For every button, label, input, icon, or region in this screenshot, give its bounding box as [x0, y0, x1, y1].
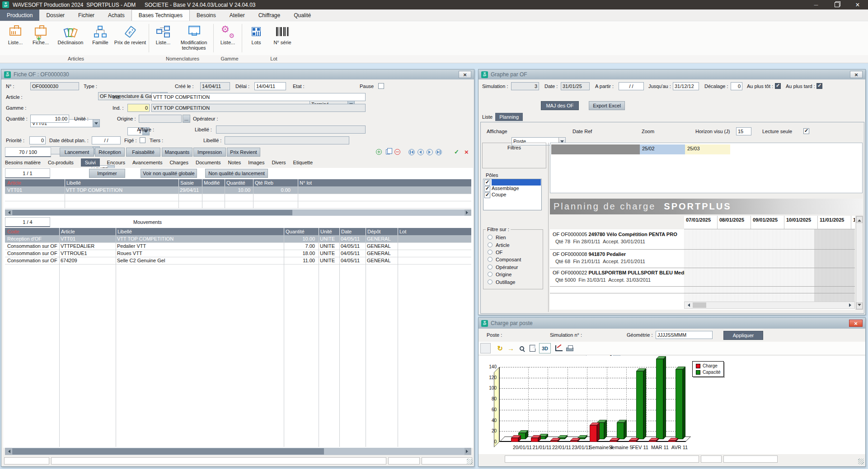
timeline-segment[interactable]: 25/02 — [640, 144, 685, 154]
radio-operateur[interactable] — [488, 265, 493, 269]
ribbon-famille-button[interactable]: Famille — [88, 21, 113, 55]
mouvement-row[interactable]: Réception d'OF VTT01 VTT TOP COMPETITION… — [5, 235, 471, 242]
column-depot[interactable]: Dépôt — [366, 228, 394, 235]
pole-item[interactable] — [483, 179, 541, 186]
previous-record-button[interactable] — [417, 149, 424, 155]
last-record-button[interactable] — [435, 149, 442, 155]
gamme-ind-field[interactable]: 0 — [127, 104, 150, 112]
column-lot[interactable]: Lot — [398, 228, 443, 235]
menu-tab-bases-techniques[interactable]: Bases Techniques — [131, 9, 190, 21]
ribbon-modification-techniques-button[interactable]: Modification techniques — [176, 21, 212, 55]
column-num-lot[interactable]: N° lot — [298, 179, 352, 186]
ribbon-numero-serie-button[interactable]: N° série — [269, 21, 296, 55]
column-saisie[interactable]: Saisie — [178, 179, 201, 186]
cancel-button[interactable] — [463, 149, 470, 155]
rotate-icon[interactable] — [495, 343, 505, 353]
simulation-field[interactable]: 3 — [511, 82, 539, 90]
ribbon-nomenclature-liste-button[interactable]: Liste... — [150, 21, 176, 55]
capacité-bar[interactable] — [676, 369, 683, 439]
date-column[interactable]: 10/01/2025 — [784, 216, 818, 229]
column-article[interactable]: Article — [59, 228, 113, 235]
tab-etiquette[interactable]: Etiquette — [293, 160, 313, 165]
charge-bar[interactable] — [629, 441, 636, 442]
non-qualite-lancement-button[interactable]: Non qualité du lancement — [205, 169, 268, 178]
column-unite[interactable]: Unité — [319, 228, 338, 235]
decalage-field[interactable]: 0 — [731, 82, 742, 90]
charge-bar[interactable] — [668, 441, 676, 442]
radio-outillage-label[interactable]: Outillage — [496, 278, 515, 287]
menu-tab-production[interactable]: Production — [0, 9, 39, 21]
appliquer-button[interactable]: Appliquer — [723, 331, 763, 340]
measure-chart-icon[interactable] — [554, 343, 564, 353]
pole-item[interactable]: Coupe — [483, 192, 541, 198]
charge-poste-close-icon[interactable] — [849, 320, 863, 327]
libelle-field[interactable] — [216, 125, 366, 134]
capacité-bar[interactable] — [617, 423, 624, 439]
libellle-field[interactable] — [225, 136, 349, 144]
tab-suivi[interactable]: Suivi — [81, 158, 100, 167]
capacité-bar[interactable] — [636, 371, 643, 439]
reception-button[interactable]: Réception — [95, 148, 125, 157]
origine-browse-button[interactable]: ... — [183, 115, 190, 123]
quantite-field[interactable]: 10.00 — [30, 115, 69, 123]
column-quantite[interactable]: Quantité — [225, 179, 252, 186]
capacité-bar[interactable] — [656, 359, 663, 439]
charge-bar[interactable] — [511, 438, 518, 442]
ribbon-article-fiche-button[interactable]: Fiche... — [28, 21, 53, 55]
faisabilite-button[interactable]: Faisabilité — [126, 148, 160, 157]
timeline-segment[interactable] — [551, 144, 640, 154]
menu-tab-chiffrage[interactable]: Chiffrage — [252, 9, 287, 21]
charge-bar[interactable] — [531, 438, 538, 442]
tab-encours[interactable]: Encours — [107, 160, 125, 165]
first-record-button[interactable] — [408, 149, 415, 155]
validate-button[interactable] — [453, 149, 460, 155]
geometrie-field[interactable]: JJJJSSMMM — [656, 331, 713, 339]
mouvement-row[interactable]: Consommation sur OF VTTROUE1 Roues VTT 1… — [5, 250, 471, 257]
mouvement-row[interactable]: Consommation sur OF VTTPEDALIER Pedalier… — [5, 242, 471, 250]
graphe-of-close-icon[interactable] — [850, 71, 863, 78]
restore-icon[interactable] — [826, 0, 847, 9]
origine-field[interactable] — [139, 115, 182, 123]
planning-hscrollbar[interactable] — [684, 302, 855, 309]
tab-liste[interactable]: Liste — [482, 114, 493, 120]
flip-page-icon[interactable] — [527, 343, 538, 353]
mouvements-hscrollbar[interactable] — [5, 448, 471, 455]
tab-documents[interactable]: Documents — [196, 160, 221, 165]
manquants-button[interactable]: Manquants — [162, 148, 192, 157]
tab-besoins-matiere[interactable]: Besoins matière — [5, 160, 41, 165]
delai-field[interactable]: 14/04/11 — [254, 82, 286, 90]
priorite-field[interactable]: 0 — [29, 136, 46, 144]
date-column[interactable]: 12/01/2025 — [851, 216, 855, 229]
menu-tab-besoins[interactable]: Besoins — [190, 9, 223, 21]
ribbon-article-liste-button[interactable]: Liste... — [3, 21, 28, 55]
column-quantite[interactable]: Quantité — [284, 228, 317, 235]
mouvement-row[interactable]: Consommation sur OF 674209 Selle C2 Genu… — [5, 257, 471, 264]
resize-grip[interactable] — [467, 459, 473, 464]
suivi-counter-tab[interactable]: 1 / 1 — [5, 168, 50, 178]
close-icon[interactable] — [847, 0, 868, 9]
ribbon-declinaison-button[interactable]: Déclinaison — [53, 21, 88, 55]
tab-charges[interactable]: Charges — [169, 160, 188, 165]
column-modifie[interactable]: Modifié — [202, 179, 224, 186]
date-field[interactable]: 31/01/25 — [561, 82, 590, 90]
tab-avancements[interactable]: Avancements — [132, 160, 162, 165]
radio-rien[interactable] — [488, 235, 493, 240]
ribbon-prix-revient-button[interactable]: Prix de revient — [113, 21, 147, 55]
radio-of[interactable] — [488, 250, 493, 255]
column-date[interactable]: Date — [339, 228, 364, 235]
radio-composant[interactable] — [488, 257, 493, 262]
3d-toggle-button[interactable]: 3D — [539, 343, 551, 353]
column-article[interactable]: Article — [6, 179, 64, 186]
charge-bar[interactable] — [649, 441, 656, 442]
fige-checkbox[interactable] — [140, 137, 145, 143]
export-excel-button[interactable]: Export Excel — [589, 101, 625, 110]
fiche-of-close-icon[interactable] — [459, 71, 471, 78]
charge-bar[interactable] — [590, 425, 597, 442]
suivi-table-row[interactable]: VTT01 VTT TOP COMPETITION 29/04/11 10.00… — [5, 186, 471, 194]
minimize-icon[interactable] — [806, 0, 826, 9]
date-column[interactable]: 07/01/2025 — [684, 216, 718, 229]
tab-notes[interactable]: Notes — [228, 160, 241, 165]
column-libelle[interactable]: Libellé — [116, 228, 283, 235]
copy-row-button[interactable] — [385, 149, 391, 155]
radio-origine[interactable] — [488, 272, 493, 277]
